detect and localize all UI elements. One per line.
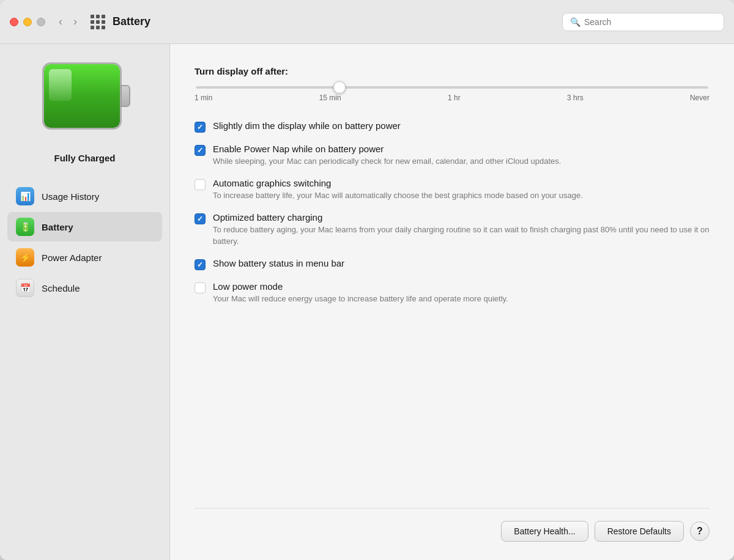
slider-track	[196, 86, 708, 89]
grid-dot	[102, 26, 105, 29]
checkbox-show-status-wrap	[195, 259, 206, 270]
slider-section: Turn display off after: 1 min 15 min 1 h…	[195, 66, 710, 102]
checkbox-optimized-charging-content: Optimized battery charging To reduce bat…	[213, 212, 710, 246]
checkbox-dim-display-wrap	[195, 122, 206, 133]
checkbox-auto-graphics-desc: To increase battery life, your Mac will …	[213, 190, 710, 201]
schedule-icon: 📅	[16, 279, 34, 297]
grid-dot	[91, 20, 94, 24]
grid-icon[interactable]	[91, 15, 105, 29]
checkbox-low-power-desc: Your Mac will reduce energy usage to inc…	[213, 293, 710, 304]
checkbox-dim-display-input[interactable]	[195, 122, 206, 133]
content-area: Turn display off after: 1 min 15 min 1 h…	[170, 44, 734, 560]
page-title: Battery	[113, 15, 562, 28]
checkbox-show-status-input[interactable]	[195, 259, 206, 270]
grid-dot	[91, 26, 94, 29]
power-adapter-icon: ⚡	[16, 248, 34, 267]
sidebar-item-usage-history[interactable]: 📊 Usage History	[7, 182, 162, 211]
battery-status-label: Fully Charged	[54, 153, 115, 163]
battery-shine	[49, 69, 72, 101]
apps-grid	[91, 15, 105, 29]
checkbox-auto-graphics-wrap	[195, 179, 206, 190]
checkbox-auto-graphics-label: Automatic graphics switching	[213, 178, 710, 188]
checkbox-low-power-wrap	[195, 282, 206, 293]
checkbox-show-status-label: Show battery status in menu bar	[213, 258, 710, 268]
sidebar-item-label: Schedule	[42, 283, 80, 293]
checkbox-optimized-charging-wrap	[195, 213, 206, 224]
search-box[interactable]: 🔍	[562, 13, 724, 31]
checkbox-low-power: Low power mode Your Mac will reduce ener…	[195, 281, 710, 304]
slider-label-1hr: 1 hr	[448, 94, 461, 102]
maximize-button[interactable]	[37, 18, 45, 26]
checkbox-optimized-charging-label: Optimized battery charging	[213, 212, 710, 223]
checkbox-auto-graphics-content: Automatic graphics switching To increase…	[213, 178, 710, 201]
sidebar-item-power-adapter[interactable]: ⚡ Power Adapter	[7, 243, 162, 272]
grid-dot	[102, 15, 105, 18]
nav-buttons: ‹ ›	[55, 13, 81, 31]
restore-defaults-button[interactable]: Restore Defaults	[595, 521, 684, 542]
slider-label-1min: 1 min	[195, 94, 212, 102]
battery-illustration	[42, 62, 128, 142]
grid-dot	[102, 20, 105, 24]
slider-label-never: Never	[690, 94, 710, 102]
checkbox-show-status-content: Show battery status in menu bar	[213, 258, 710, 268]
bottom-buttons: Battery Health... Restore Defaults ?	[195, 508, 710, 542]
battery-icon-wrap	[42, 62, 128, 142]
checkbox-power-nap: Enable Power Nap while on battery power …	[195, 144, 710, 167]
search-icon: 🔍	[570, 17, 580, 27]
checkbox-low-power-input[interactable]	[195, 282, 206, 293]
checkbox-power-nap-desc: While sleeping, your Mac can periodicall…	[213, 156, 710, 167]
checkbox-power-nap-label: Enable Power Nap while on battery power	[213, 144, 710, 154]
main-content: Fully Charged 📊 Usage History 🔋 Battery	[0, 44, 734, 560]
close-button[interactable]	[10, 18, 18, 26]
battery-terminal	[120, 85, 130, 107]
checkbox-low-power-content: Low power mode Your Mac will reduce ener…	[213, 281, 710, 304]
sidebar: Fully Charged 📊 Usage History 🔋 Battery	[0, 44, 170, 560]
window-controls	[10, 18, 45, 26]
checkbox-optimized-charging-desc: To reduce battery aging, your Mac learns…	[213, 224, 710, 246]
search-input[interactable]	[584, 17, 716, 27]
battery-body	[42, 62, 122, 130]
sidebar-item-schedule[interactable]: 📅 Schedule	[7, 273, 162, 303]
battery-icon: 🔋	[16, 218, 34, 236]
slider-label: Turn display off after:	[195, 66, 710, 76]
titlebar: ‹ › Battery 🔍	[0, 0, 734, 44]
checkbox-low-power-label: Low power mode	[213, 281, 710, 292]
checkbox-power-nap-wrap	[195, 145, 206, 156]
slider-label-3hrs: 3 hrs	[567, 94, 584, 102]
checkbox-power-nap-input[interactable]	[195, 145, 206, 156]
slider-track-wrap[interactable]	[195, 86, 710, 89]
back-button[interactable]: ‹	[55, 13, 66, 31]
checkbox-power-nap-content: Enable Power Nap while on battery power …	[213, 144, 710, 167]
spacer	[195, 315, 710, 502]
grid-dot	[96, 20, 100, 24]
checkbox-dim-display: Slightly dim the display while on batter…	[195, 120, 710, 133]
checkbox-auto-graphics: Automatic graphics switching To increase…	[195, 178, 710, 201]
usage-history-icon: 📊	[16, 187, 34, 205]
checkbox-dim-display-label: Slightly dim the display while on batter…	[213, 120, 710, 131]
slider-labels: 1 min 15 min 1 hr 3 hrs Never	[195, 94, 710, 102]
minimize-button[interactable]	[23, 18, 32, 26]
sidebar-item-label: Battery	[42, 222, 73, 232]
checkbox-auto-graphics-input[interactable]	[195, 179, 206, 190]
sidebar-item-label: Power Adapter	[42, 252, 102, 263]
slider-thumb[interactable]	[333, 81, 346, 94]
sidebar-item-battery[interactable]: 🔋 Battery	[7, 212, 162, 241]
checkbox-optimized-charging-input[interactable]	[195, 213, 206, 224]
forward-button[interactable]: ›	[70, 13, 81, 31]
sidebar-nav: 📊 Usage History 🔋 Battery ⚡ Power Adapte…	[0, 182, 169, 303]
grid-dot	[91, 15, 94, 18]
main-window: ‹ › Battery 🔍	[0, 0, 734, 560]
checkbox-dim-display-content: Slightly dim the display while on batter…	[213, 120, 710, 131]
checkbox-optimized-charging: Optimized battery charging To reduce bat…	[195, 212, 710, 246]
grid-dot	[96, 15, 100, 18]
grid-dot	[96, 26, 100, 29]
battery-health-button[interactable]: Battery Health...	[501, 521, 588, 542]
checkbox-show-status: Show battery status in menu bar	[195, 258, 710, 270]
help-button[interactable]: ?	[690, 521, 710, 541]
sidebar-item-label: Usage History	[42, 191, 99, 202]
slider-label-15min: 15 min	[319, 94, 341, 102]
